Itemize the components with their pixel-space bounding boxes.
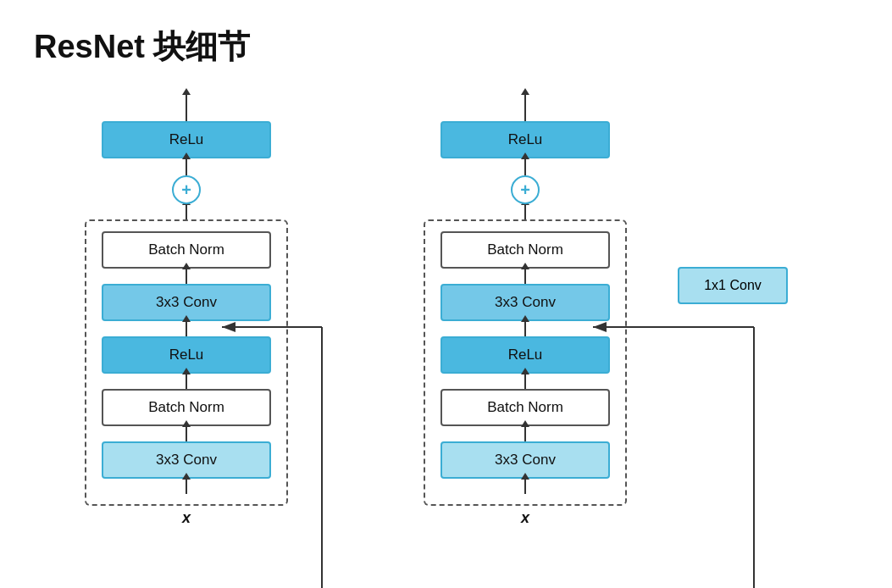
diagrams-container: ReLu + Batch Norm xyxy=(34,94,627,527)
left-x-label: x xyxy=(182,509,191,527)
right-arrow-3b xyxy=(524,269,526,284)
left-arrow-3b xyxy=(186,269,187,284)
right-arrow-1 xyxy=(524,479,526,494)
left-relu-mid-label: ReLu xyxy=(169,347,204,363)
right-arrow-2b xyxy=(524,374,526,389)
left-arrow-1 xyxy=(186,479,187,494)
left-conv2-label: 3x3 Conv xyxy=(156,294,217,311)
right-arrow-3a xyxy=(524,321,526,336)
right-bn1-label: Batch Norm xyxy=(487,399,563,416)
right-top-arrow xyxy=(524,94,526,121)
right-arrow-5 xyxy=(524,158,526,175)
left-top-arrow xyxy=(186,94,187,121)
right-plus-section: + xyxy=(511,175,540,219)
side-1x1-label: 1x1 Conv xyxy=(704,278,762,293)
left-bn1-label: Batch Norm xyxy=(148,399,224,416)
right-diagram: ReLu + Batch Norm 3x3 Conv xyxy=(424,94,627,527)
right-relu-mid-label: ReLu xyxy=(508,347,543,363)
diagrams-wrapper: ReLu + Batch Norm xyxy=(34,94,627,527)
left-conv1-label: 3x3 Conv xyxy=(156,452,217,469)
right-bn2-label: Batch Norm xyxy=(487,241,563,258)
right-arrow-4 xyxy=(524,204,526,219)
left-plus-label: + xyxy=(181,180,191,200)
right-plus-label: + xyxy=(520,180,530,200)
side-1x1-conv: 1x1 Conv xyxy=(678,267,788,304)
right-dashed-box: Batch Norm 3x3 Conv ReLu Batch Norm 3x3 … xyxy=(424,219,627,506)
page-title: ResNet 块细节 xyxy=(34,25,858,69)
left-arrow-2a xyxy=(186,426,187,441)
left-arrow-2b xyxy=(186,374,187,389)
left-top-section: ReLu xyxy=(102,94,271,175)
right-relu-top-label: ReLu xyxy=(508,131,543,148)
right-conv2-label: 3x3 Conv xyxy=(495,294,556,311)
left-plus-section: + xyxy=(172,175,201,219)
side-block-container: 1x1 Conv xyxy=(678,267,788,304)
left-bn2-label: Batch Norm xyxy=(148,241,224,258)
left-relu-top-label: ReLu xyxy=(169,131,204,148)
right-top-section: ReLu xyxy=(440,94,610,175)
left-dashed-box: Batch Norm 3x3 Conv ReLu Batch Norm xyxy=(85,219,288,506)
left-diagram: ReLu + Batch Norm xyxy=(85,94,288,527)
left-arrow-3a xyxy=(186,321,187,336)
left-arrow-4 xyxy=(186,204,187,219)
right-arrow-2a xyxy=(524,426,526,441)
left-plus-circle: + xyxy=(172,175,201,204)
right-x-label: x xyxy=(521,509,529,527)
right-conv1-label: 3x3 Conv xyxy=(495,452,556,469)
left-arrow-5 xyxy=(186,158,187,175)
right-plus-circle: + xyxy=(511,175,540,204)
